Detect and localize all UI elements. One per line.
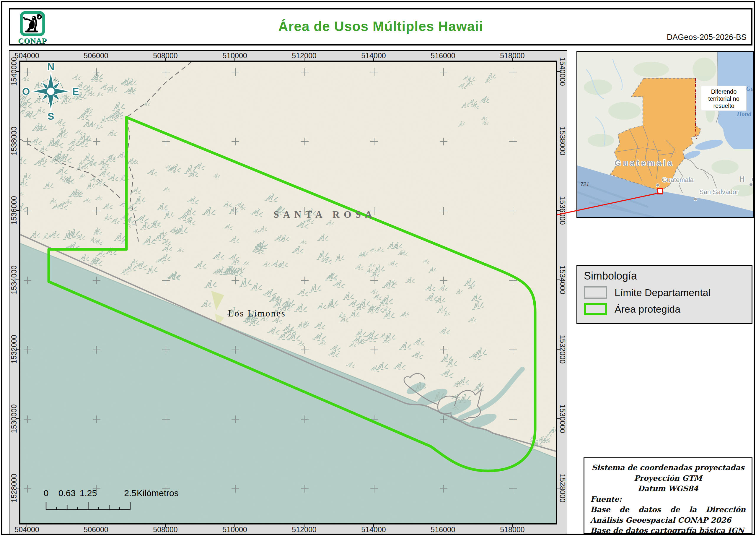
axis-tick (512, 58, 513, 61)
compass-north-label: N (47, 62, 55, 72)
gulf-partial-label: Hond (737, 111, 752, 117)
axis-tick (304, 58, 304, 61)
axis-tick (557, 419, 560, 419)
depth-contour-label: 721 (580, 182, 589, 187)
document-code: DAGeos-205-2026-BS (667, 33, 746, 42)
legend-item-protected-area: Área protegida (584, 303, 745, 315)
axis-tick (96, 524, 96, 527)
protected-area-locator-square (657, 188, 663, 194)
axis-tick (557, 71, 560, 72)
compass-south-label: S (47, 111, 54, 122)
legend: Simbología Límite Departamental Área pro… (577, 265, 752, 324)
top-right-partial-label: Gu (746, 85, 753, 92)
axis-tick (512, 524, 513, 527)
scale-q1: 0.63 (58, 488, 76, 498)
san-salvador-dot (694, 198, 697, 201)
axis-tick (557, 280, 560, 280)
axis-tick (16, 141, 19, 141)
protected-area-swatch (584, 303, 607, 315)
info-line-source-title: Fuente: (590, 494, 746, 505)
scale-full: 2.5 (124, 488, 137, 498)
axis-tick (27, 524, 27, 527)
dispute-note: Diferendo territorial no resuelto (701, 86, 746, 111)
page-title: Área de Usos Múltiples Hawaii (10, 18, 751, 34)
map-drawing: N E S O 0 0.63 1.25 2.5 Kilómetros (20, 62, 556, 523)
paper-grain (20, 62, 556, 523)
compass-east-label: E (72, 86, 79, 97)
dispute-note-line3: resuelto (713, 103, 734, 109)
honduras-partial-label: H o (739, 175, 753, 184)
legend-item-label: Área protegida (614, 303, 680, 315)
axis-tick (16, 488, 19, 488)
scale-half: 1.25 (80, 488, 97, 498)
map-canvas: N E S O 0 0.63 1.25 2.5 Kilómetros (19, 61, 557, 524)
axis-tick (557, 349, 560, 350)
axis-tick (165, 524, 166, 527)
main-map-panel: 5040005040005060005060005080005080005100… (9, 50, 567, 535)
axis-tick (16, 349, 19, 350)
inset-drawing: Diferendo territorial no resuelto Guatem… (577, 52, 753, 217)
axis-tick (373, 58, 374, 61)
locator-inset-map: Diferendo territorial no resuelto Guatem… (577, 51, 754, 218)
capital-city-label: Guatemala (662, 176, 694, 184)
axis-tick (557, 210, 560, 211)
coordinate-system-info: Sistema de coordenadas proyectadas Proye… (583, 457, 752, 534)
edge-city-dot (749, 183, 752, 186)
axis-tick (235, 524, 235, 527)
legend-item-label: Límite Departamental (614, 287, 710, 298)
legend-item-departmental-limit: Límite Departamental (584, 286, 745, 299)
axis-tick (373, 524, 374, 527)
axis-tick (557, 488, 560, 488)
info-line-datum: Datum WGS84 (590, 484, 746, 494)
axis-tick (27, 58, 27, 61)
axis-tick (96, 58, 96, 61)
axis-tick (443, 58, 443, 61)
place-label: Los Limones (228, 308, 286, 319)
info-line-projection: Proyección GTM (590, 473, 746, 484)
axis-tick (16, 210, 19, 211)
header: CONAP Área de Usos Múltiples Hawaii DAGe… (9, 8, 752, 46)
axis-tick (16, 419, 19, 419)
axis-tick (304, 524, 304, 527)
dispute-note-line1: Diferendo (711, 88, 737, 95)
capital-city-dot (656, 184, 659, 187)
san-salvador-label: San Salvador (699, 188, 738, 196)
axis-tick (235, 58, 235, 61)
country-label: Guatemala (614, 159, 674, 168)
axis-tick (557, 141, 560, 141)
legend-title: Simbología (584, 270, 745, 282)
info-line-coords: Sistema de coordenadas proyectadas (590, 462, 746, 473)
axis-tick (165, 58, 166, 61)
scale-unit: Kilómetros (137, 488, 179, 498)
info-line-source2: Base de datos cartografía básica IGN 201… (590, 525, 746, 536)
dispute-note-line2: territorial no (708, 95, 740, 102)
department-label: SANTA ROSA (273, 209, 376, 220)
axis-tick (16, 280, 19, 280)
info-line-source1: Base de datos de la Dirección Análisis G… (590, 504, 746, 525)
axis-tick (443, 524, 443, 527)
scale-zero: 0 (44, 488, 49, 498)
conap-logo-text: CONAP (15, 37, 50, 45)
departmental-limit-swatch (584, 286, 607, 299)
axis-tick (16, 71, 19, 72)
compass-west-label: O (22, 86, 30, 97)
